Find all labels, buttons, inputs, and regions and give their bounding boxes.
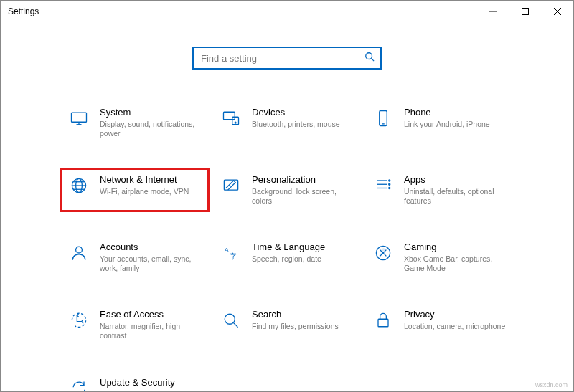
- close-icon: [554, 8, 561, 15]
- card-desc: Speech, region, date: [252, 254, 325, 264]
- card-time-language[interactable]: A字 Time & Language Speech, region, date: [215, 237, 359, 277]
- svg-rect-19: [224, 180, 237, 190]
- maximize-button[interactable]: [509, 1, 541, 22]
- ease-of-access-icon: [68, 310, 90, 331]
- card-desc: Location, camera, microphone: [404, 322, 505, 331]
- card-system[interactable]: System Display, sound, notifications, po…: [62, 102, 207, 143]
- card-privacy[interactable]: Privacy Location, camera, microphone: [367, 305, 512, 345]
- card-apps[interactable]: Apps Uninstall, defaults, optional featu…: [367, 170, 512, 210]
- card-phone[interactable]: Phone Link your Android, iPhone: [367, 102, 512, 143]
- accounts-icon: [68, 242, 90, 264]
- card-desc: Uninstall, defaults, optional features: [404, 187, 506, 206]
- card-title: Ease of Access: [100, 309, 202, 321]
- card-desc: Wi-Fi, airplane mode, VPN: [100, 187, 189, 196]
- card-title: Update & Security: [100, 377, 202, 389]
- svg-point-25: [389, 188, 390, 189]
- minimize-icon: [489, 8, 497, 15]
- svg-rect-9: [224, 112, 235, 120]
- gaming-icon: [372, 242, 394, 264]
- card-desc: Background, lock screen, colors: [252, 187, 354, 206]
- svg-text:字: 字: [230, 252, 237, 260]
- card-title: Privacy: [404, 309, 505, 321]
- card-title: Accounts: [100, 242, 202, 254]
- card-desc: Xbox Game Bar, captures, Game Mode: [404, 254, 506, 273]
- content-area: System Display, sound, notifications, po…: [1, 47, 573, 392]
- search-input[interactable]: [199, 52, 364, 64]
- card-title: Gaming: [404, 242, 506, 254]
- update-security-icon: [68, 378, 90, 392]
- svg-rect-6: [72, 113, 87, 122]
- card-personalization[interactable]: Personalization Background, lock screen,…: [215, 170, 359, 210]
- phone-icon: [372, 107, 394, 129]
- card-network-internet[interactable]: Network & Internet Wi-Fi, airplane mode,…: [60, 168, 210, 212]
- svg-line-31: [234, 323, 238, 328]
- card-update-security[interactable]: Update & Security Windows Update, recove…: [62, 373, 207, 392]
- window-controls: [476, 1, 573, 22]
- card-title: Devices: [252, 107, 340, 119]
- window-title: Settings: [8, 6, 39, 16]
- card-desc: Display, sound, notifications, power: [100, 120, 202, 138]
- card-title: Search: [252, 309, 339, 321]
- settings-grid: System Display, sound, notifications, po…: [15, 102, 559, 392]
- personalization-icon: [220, 175, 242, 196]
- card-title: Phone: [404, 107, 490, 119]
- svg-line-5: [372, 59, 375, 62]
- card-title: Network & Internet: [100, 174, 189, 186]
- card-gaming[interactable]: Gaming Xbox Game Bar, captures, Game Mod…: [367, 237, 512, 277]
- system-icon: [68, 107, 90, 129]
- svg-point-26: [76, 247, 83, 254]
- svg-point-30: [225, 315, 235, 325]
- card-devices[interactable]: Devices Bluetooth, printers, mouse: [215, 102, 359, 143]
- minimize-button[interactable]: [476, 1, 509, 22]
- card-title: System: [100, 107, 202, 119]
- card-desc: Bluetooth, printers, mouse: [252, 120, 340, 129]
- apps-icon: [372, 175, 394, 196]
- watermark: wsxdn.com: [535, 381, 568, 388]
- card-accounts[interactable]: Accounts Your accounts, email, sync, wor…: [62, 237, 207, 277]
- card-desc: Your accounts, email, sync, work, family: [100, 254, 202, 273]
- svg-point-11: [235, 122, 236, 123]
- titlebar: Settings: [1, 1, 573, 22]
- search-box[interactable]: [192, 47, 382, 70]
- card-title: Time & Language: [252, 242, 325, 254]
- card-desc: Narrator, magnifier, high contrast: [100, 322, 202, 340]
- card-title: Personalization: [252, 174, 354, 186]
- card-ease-of-access[interactable]: Ease of Access Narrator, magnifier, high…: [62, 305, 207, 345]
- card-desc: Link your Android, iPhone: [404, 120, 490, 129]
- card-title: Apps: [404, 174, 506, 186]
- svg-text:A: A: [224, 246, 229, 254]
- devices-icon: [220, 107, 242, 129]
- card-desc: Windows Update, recovery, backup: [100, 389, 202, 392]
- globe-icon: [68, 175, 90, 196]
- search-wrap: [15, 47, 559, 70]
- search-icon: [364, 52, 375, 64]
- close-button[interactable]: [541, 1, 573, 22]
- card-search[interactable]: Search Find my files, permissions: [215, 305, 359, 345]
- svg-point-23: [389, 180, 390, 181]
- svg-point-24: [389, 183, 390, 185]
- privacy-icon: [372, 310, 394, 331]
- card-desc: Find my files, permissions: [252, 322, 339, 331]
- search-card-icon: [220, 310, 242, 331]
- maximize-icon: [522, 8, 529, 15]
- svg-point-4: [366, 53, 372, 59]
- svg-rect-32: [378, 320, 388, 328]
- svg-rect-1: [522, 9, 528, 15]
- time-language-icon: A字: [220, 242, 242, 264]
